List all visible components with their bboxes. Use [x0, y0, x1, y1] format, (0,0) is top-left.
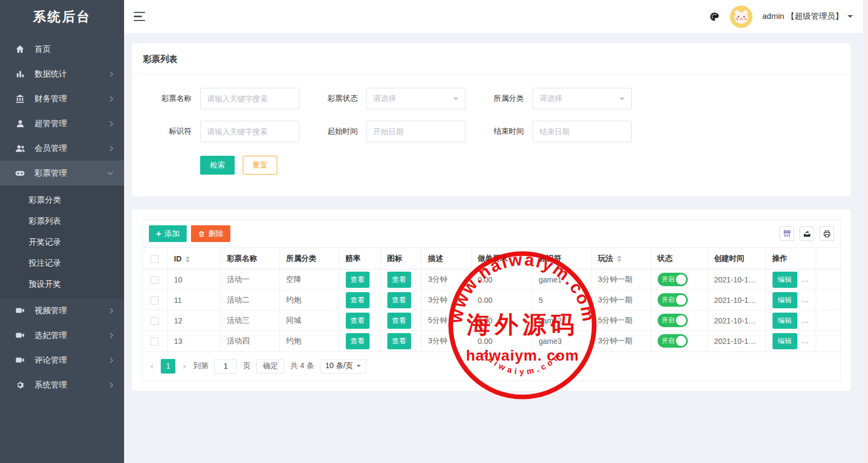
- toggle-knob-icon: [676, 274, 686, 285]
- cell-category: 空降: [279, 269, 339, 290]
- cell-desc: 3分钟: [421, 331, 471, 351]
- more-actions-button[interactable]: …: [802, 316, 810, 324]
- theme-palette-icon[interactable]: [708, 11, 720, 23]
- user-label: admin 【超级管理员】: [762, 11, 843, 22]
- col-play: 玩法: [591, 248, 651, 269]
- status-toggle[interactable]: 开启: [658, 314, 688, 327]
- select-caret-icon: [357, 365, 361, 369]
- sidebar-item-stats[interactable]: 数据统计: [0, 61, 124, 86]
- cell-created: 2021-10-1…: [707, 269, 766, 290]
- chevron-right-icon: [108, 333, 113, 338]
- sidebar-item-preset-draw[interactable]: 预设开奖: [0, 273, 124, 294]
- edit-button[interactable]: 编辑: [773, 333, 797, 349]
- sidebar-item-comments[interactable]: 评论管理: [0, 348, 124, 372]
- icon-view-button[interactable]: 查看: [387, 313, 411, 329]
- edit-button[interactable]: 编辑: [773, 313, 797, 329]
- lottery-submenu: 彩票分类 彩票列表 开奖记录 投注记录 预设开奖: [0, 185, 124, 298]
- app-title: 系统后台: [0, 0, 124, 33]
- sidebar-item-finance[interactable]: 财务管理: [0, 86, 124, 111]
- chevron-right-icon: [108, 308, 113, 314]
- search-button[interactable]: 检索: [200, 156, 235, 175]
- plus-icon: +: [156, 229, 161, 238]
- select-placeholder: 请选择: [373, 94, 396, 103]
- col-category: 所属分类: [279, 248, 339, 269]
- odds-view-button[interactable]: 查看: [346, 292, 370, 308]
- sidebar-item-video[interactable]: 视频管理: [0, 298, 124, 323]
- lottery-status-select[interactable]: 请选择: [366, 88, 466, 109]
- more-actions-button[interactable]: …: [802, 336, 810, 345]
- field-label: 所属分类: [475, 94, 524, 103]
- filter-columns-button[interactable]: [780, 226, 794, 241]
- sidebar-item-lottery-list[interactable]: 彩票列表: [0, 210, 124, 231]
- odds-view-button[interactable]: 查看: [346, 333, 370, 349]
- status-toggle[interactable]: 开启: [658, 334, 688, 348]
- jump-confirm-button[interactable]: 确定: [256, 359, 284, 374]
- field-label: 彩票名称: [143, 94, 192, 103]
- row-checkbox[interactable]: [151, 276, 159, 284]
- category-select[interactable]: 请选择: [532, 88, 632, 109]
- prev-page-icon[interactable]: ‹: [149, 361, 155, 371]
- row-checkbox[interactable]: [151, 317, 159, 325]
- edit-button[interactable]: 编辑: [773, 272, 797, 288]
- total-count-label: 共 4 条: [290, 361, 314, 371]
- cell-id: 10: [167, 269, 220, 290]
- table-toolbar: + 添加 删除: [142, 220, 840, 247]
- sidebar-item-label: 首页: [35, 44, 112, 54]
- delete-button[interactable]: 删除: [191, 225, 230, 242]
- sidebar-item-home[interactable]: 首页: [0, 37, 124, 61]
- sidebar-item-lottery[interactable]: 彩票管理: [0, 161, 124, 185]
- cell-category: 同城: [279, 310, 339, 331]
- icon-view-button[interactable]: 查看: [387, 292, 411, 308]
- identifier-input[interactable]: [200, 121, 299, 142]
- add-button-label: 添加: [165, 229, 180, 239]
- page-number-button[interactable]: 1: [161, 359, 175, 374]
- sort-play-control[interactable]: [617, 255, 621, 262]
- sidebar-item-concubine[interactable]: 选妃管理: [0, 323, 124, 348]
- bank-icon: [15, 93, 25, 104]
- cell-requirement: 0.00: [471, 331, 532, 351]
- sidebar-item-lottery-category[interactable]: 彩票分类: [0, 189, 124, 210]
- export-button[interactable]: [799, 226, 814, 241]
- toggle-label: 开启: [662, 316, 675, 325]
- end-date-input[interactable]: [532, 121, 632, 142]
- sidebar-item-superadmin[interactable]: 超管管理: [0, 111, 124, 136]
- select-all-checkbox[interactable]: [151, 255, 159, 263]
- sidebar-item-members[interactable]: 会员管理: [0, 136, 124, 161]
- col-odds: 赔率: [339, 248, 380, 269]
- field-label: 结束时间: [475, 127, 524, 136]
- reset-button[interactable]: 重置: [243, 156, 277, 175]
- more-actions-button[interactable]: …: [802, 275, 810, 284]
- cell-desc: 3分钟: [421, 290, 471, 310]
- col-id: ID: [167, 248, 220, 269]
- sidebar-item-system[interactable]: 系统管理: [0, 372, 124, 397]
- user-avatar[interactable]: [730, 5, 753, 28]
- icon-view-button[interactable]: 查看: [387, 272, 411, 288]
- caret-down-icon: [848, 15, 853, 20]
- odds-view-button[interactable]: 查看: [346, 272, 370, 288]
- page-size-select[interactable]: 10 条/页: [320, 359, 366, 374]
- page-jump-input[interactable]: [214, 359, 237, 374]
- sidebar-item-bet-records[interactable]: 投注记录: [0, 252, 124, 273]
- user-menu[interactable]: admin 【超级管理员】: [762, 11, 853, 22]
- next-page-icon[interactable]: ›: [181, 361, 187, 371]
- lottery-name-input[interactable]: [200, 88, 299, 109]
- start-date-input[interactable]: [366, 121, 466, 142]
- status-toggle[interactable]: 开启: [658, 273, 688, 286]
- status-toggle[interactable]: 开启: [658, 293, 688, 307]
- table-tools: [780, 226, 834, 241]
- icon-view-button[interactable]: 查看: [387, 333, 411, 349]
- sort-id-control[interactable]: [186, 256, 190, 262]
- cell-name: 活动一: [220, 269, 279, 290]
- field-identifier: 标识符: [143, 121, 300, 142]
- add-button[interactable]: + 添加: [149, 225, 187, 242]
- odds-view-button[interactable]: 查看: [346, 313, 370, 329]
- sidebar-item-draw-records[interactable]: 开奖记录: [0, 231, 124, 252]
- row-checkbox[interactable]: [151, 296, 159, 305]
- menu-toggle-button[interactable]: [134, 12, 146, 22]
- chart-icon: [15, 68, 25, 79]
- row-checkbox[interactable]: [151, 337, 159, 345]
- more-actions-button[interactable]: …: [802, 295, 810, 304]
- edit-button[interactable]: 编辑: [773, 292, 797, 308]
- jump-suffix-label: 页: [243, 361, 250, 371]
- print-button[interactable]: [819, 226, 834, 241]
